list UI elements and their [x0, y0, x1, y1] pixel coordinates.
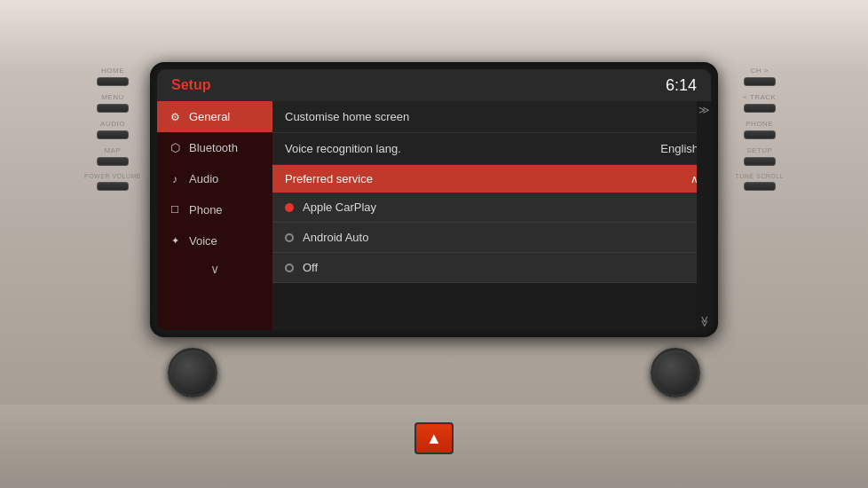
off-radio[interactable]	[285, 264, 294, 272]
phone-icon: ☐	[168, 204, 182, 216]
tune-scroll-button[interactable]: TUNE SCROLL	[735, 173, 784, 191]
voice-recognition-label: Voice recognition lang.	[285, 142, 401, 155]
map-button[interactable]: MAP	[84, 146, 141, 166]
apple-carplay-label: Apple CarPlay	[303, 201, 376, 214]
screen-time: 6:14	[666, 76, 697, 95]
hazard-button[interactable]: ▲	[414, 422, 454, 454]
right-side-buttons: CH > < TRACK PHONE SETUP TUNE SCROLL	[735, 67, 784, 191]
menu-item-bluetooth[interactable]: ⬡ Bluetooth	[157, 132, 272, 163]
menu-item-voice[interactable]: ✦ Voice	[157, 225, 272, 256]
customise-home-row[interactable]: Customise home screen	[272, 101, 711, 133]
track-button[interactable]: < TRACK	[735, 93, 784, 113]
left-side-buttons: HOME MENU AUDIO MAP POWER VOLUME	[84, 67, 141, 191]
menu-more-button[interactable]: ∨	[157, 256, 272, 281]
preferred-service-header[interactable]: Preferred service ∧	[272, 165, 711, 193]
preferred-service-label: Preferred service	[285, 172, 373, 185]
android-auto-radio[interactable]	[285, 233, 294, 242]
setup-button[interactable]: SETUP	[735, 146, 784, 166]
screen-title: Setup	[171, 77, 210, 93]
menu-item-voice-label: Voice	[189, 234, 217, 248]
menu-item-phone-label: Phone	[189, 203, 223, 216]
audio-icon: ♪	[168, 173, 182, 185]
customise-home-label: Customise home screen	[285, 110, 409, 123]
power-volume-button[interactable]: POWER VOLUME	[84, 173, 141, 191]
top-dashboard	[0, 0, 868, 71]
voice-recognition-value: English	[660, 142, 698, 155]
screen-header: Setup 6:14	[157, 69, 711, 101]
settings-list: Customise home screen Voice recognition …	[272, 101, 711, 283]
menu-item-bluetooth-label: Bluetooth	[189, 141, 238, 154]
left-dial[interactable]	[168, 348, 217, 397]
apple-carplay-radio[interactable]	[285, 203, 294, 212]
hazard-icon: ▲	[426, 429, 442, 448]
voice-icon: ✦	[168, 235, 182, 247]
right-dial[interactable]	[651, 348, 700, 397]
right-panel: Customise home screen Voice recognition …	[272, 101, 711, 330]
off-label: Off	[303, 261, 318, 274]
chevron-down-icon: ∨	[210, 262, 219, 276]
general-icon: ⚙	[168, 111, 182, 123]
audio-button[interactable]: AUDIO	[84, 120, 141, 139]
car-interior: HOME MENU AUDIO MAP POWER VOLUME CH > < …	[0, 0, 868, 488]
main-screen: Setup 6:14 ⚙ General ⬡ Bluetooth ♪	[157, 69, 711, 330]
option-apple-carplay[interactable]: Apple CarPlay	[272, 193, 711, 223]
bluetooth-icon: ⬡	[168, 141, 182, 154]
screen-content: ⚙ General ⬡ Bluetooth ♪ Audio ☐ Phone	[157, 101, 711, 330]
menu-item-audio[interactable]: ♪ Audio	[157, 163, 272, 194]
dial-area	[150, 341, 718, 405]
android-auto-label: Android Auto	[303, 231, 368, 244]
home-button[interactable]: HOME	[84, 67, 141, 86]
screen-housing: Setup 6:14 ⚙ General ⬡ Bluetooth ♪	[150, 62, 718, 337]
scrollbar[interactable]: ≫ ≫	[697, 101, 711, 330]
menu-item-general[interactable]: ⚙ General	[157, 101, 272, 132]
menu-item-audio-label: Audio	[189, 172, 218, 185]
option-off[interactable]: Off	[272, 253, 711, 283]
option-android-auto[interactable]: Android Auto	[272, 223, 711, 253]
scroll-down-icon[interactable]: ≫	[698, 316, 709, 327]
voice-recognition-row[interactable]: Voice recognition lang. English	[272, 133, 711, 165]
menu-item-phone[interactable]: ☐ Phone	[157, 194, 272, 225]
phone-button[interactable]: PHONE	[735, 120, 784, 139]
menu-button[interactable]: MENU	[84, 93, 141, 113]
ch-next-button[interactable]: CH >	[735, 67, 784, 86]
bottom-console: ▲	[0, 405, 868, 488]
menu-item-general-label: General	[189, 110, 230, 123]
left-menu: ⚙ General ⬡ Bluetooth ♪ Audio ☐ Phone	[157, 101, 272, 330]
scroll-up-icon[interactable]: ≫	[698, 105, 710, 115]
